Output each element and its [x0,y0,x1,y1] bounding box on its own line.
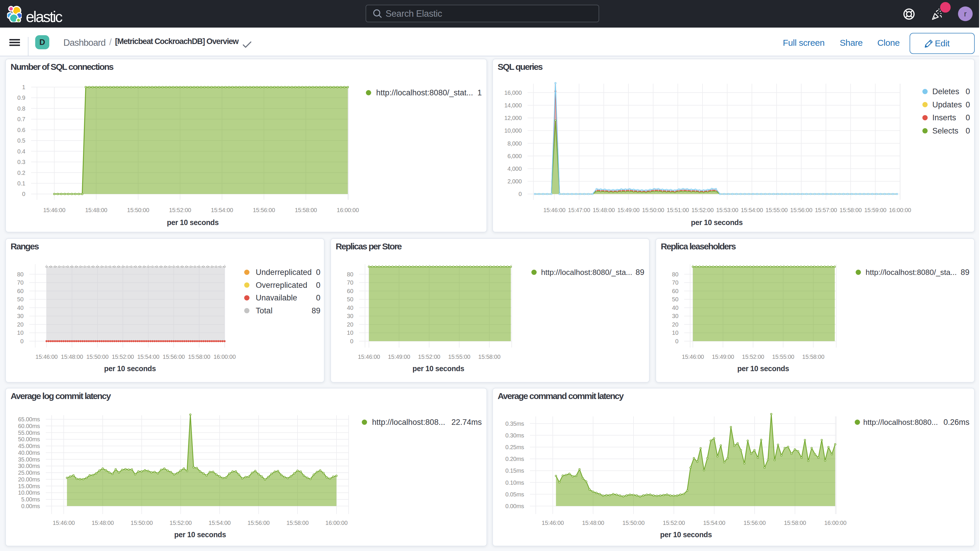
svg-text:15:50:00: 15:50:00 [130,519,153,526]
svg-text:55.00ms: 55.00ms [18,430,40,436]
svg-text:2,000: 2,000 [508,178,522,185]
svg-text:15:56:00: 15:56:00 [162,354,185,360]
svg-text:15:57:00: 15:57:00 [815,207,837,213]
svg-text:per 10 seconds: per 10 seconds [691,218,743,226]
svg-text:10: 10 [347,330,353,336]
svg-text:15:50:00: 15:50:00 [622,519,644,526]
svg-text:30: 30 [17,313,24,319]
svg-text:0.7: 0.7 [18,116,25,123]
svg-text:16:00:00: 16:00:00 [889,207,912,213]
svg-text:0.1: 0.1 [18,180,25,186]
svg-text:45.00ms: 45.00ms [18,443,40,449]
svg-text:0: 0 [675,338,678,344]
svg-text:4,000: 4,000 [508,166,522,172]
svg-text:70: 70 [672,279,678,286]
svg-text:Total: Total [256,306,272,315]
svg-text:15:48:00: 15:48:00 [582,519,605,526]
svg-text:60: 60 [672,288,678,294]
svg-text:15:49:00: 15:49:00 [712,354,734,360]
svg-text:Deletes: Deletes [932,87,959,96]
svg-text:0.10ms: 0.10ms [505,479,524,486]
svg-text:15:56:00: 15:56:00 [790,207,813,213]
svg-text:30: 30 [672,313,678,319]
svg-text:Overreplicated: Overreplicated [256,281,307,290]
svg-text:15:59:00: 15:59:00 [864,207,886,213]
svg-text:60.00ms: 60.00ms [18,423,40,429]
svg-text:15:54:00: 15:54:00 [703,519,725,526]
svg-text:15:49:00: 15:49:00 [388,354,410,360]
svg-text:15:52:00: 15:52:00 [663,519,685,526]
svg-text:10,000: 10,000 [504,127,522,134]
svg-text:15:58:00: 15:58:00 [478,354,501,360]
svg-text:16:00:00: 16:00:00 [325,519,348,526]
svg-text:60: 60 [17,288,24,294]
svg-text:6,000: 6,000 [508,153,522,159]
svg-text:80: 80 [17,271,24,277]
svg-text:Unavailable: Unavailable [256,293,297,302]
svg-text:0: 0 [316,293,320,302]
svg-text:15:55:00: 15:55:00 [448,354,470,360]
svg-text:0.20ms: 0.20ms [505,455,524,462]
svg-text:15:46:00: 15:46:00 [35,354,58,360]
svg-text:0.5: 0.5 [18,137,25,144]
svg-text:1: 1 [477,88,482,97]
svg-text:15:54:00: 15:54:00 [137,354,160,360]
svg-text:89: 89 [961,268,969,277]
svg-text:15:46:00: 15:46:00 [542,519,564,526]
svg-text:15:48:00: 15:48:00 [61,354,83,360]
svg-text:15:58:00: 15:58:00 [188,354,210,360]
svg-text:0: 0 [350,338,353,344]
svg-text:50: 50 [17,296,24,303]
svg-text:15:48:00: 15:48:00 [92,519,114,526]
svg-text:40.00ms: 40.00ms [18,449,40,456]
svg-text:0.35ms: 0.35ms [505,420,524,427]
svg-text:Underreplicated: Underreplicated [256,268,312,277]
svg-text:per 10 seconds: per 10 seconds [412,365,464,373]
svg-text:0.6: 0.6 [18,127,25,133]
svg-text:40: 40 [672,304,678,311]
svg-text:15:58:00: 15:58:00 [784,519,806,526]
svg-text:http://localhost:8080/_sta...: http://localhost:8080/_sta... [541,268,632,277]
svg-text:50: 50 [672,296,678,303]
svg-text:0: 0 [22,191,25,197]
svg-text:15:46:00: 15:46:00 [682,354,704,360]
svg-text:16,000: 16,000 [504,89,522,96]
svg-text:30.00ms: 30.00ms [18,463,40,469]
svg-text:30: 30 [347,313,353,319]
svg-text:Selects: Selects [932,126,959,135]
svg-text:40: 40 [347,304,353,311]
svg-text:15:52:00: 15:52:00 [692,207,714,213]
svg-text:14,000: 14,000 [504,102,522,108]
svg-text:15:52:00: 15:52:00 [170,519,192,526]
svg-text:per 10 seconds: per 10 seconds [174,530,226,539]
svg-text:15:54:00: 15:54:00 [211,207,233,213]
svg-text:0.4: 0.4 [18,148,25,154]
svg-text:0.00ms: 0.00ms [21,503,40,510]
svg-text:0: 0 [966,126,970,135]
svg-text:80: 80 [672,271,678,277]
svg-text:Updates: Updates [932,100,962,109]
svg-text:Inserts: Inserts [932,113,956,122]
svg-text:8,000: 8,000 [508,140,522,147]
svg-text:22.74ms: 22.74ms [451,418,482,427]
svg-text:12,000: 12,000 [504,115,522,121]
svg-text:15:58:00: 15:58:00 [840,207,862,213]
svg-text:10: 10 [672,330,678,336]
svg-text:10.00ms: 10.00ms [18,489,40,496]
svg-text:0.3: 0.3 [18,159,25,165]
svg-text:89: 89 [312,306,320,315]
svg-text:89: 89 [636,268,644,277]
svg-text:15:52:00: 15:52:00 [169,207,191,213]
svg-text:15:54:00: 15:54:00 [741,207,763,213]
svg-text:15:56:00: 15:56:00 [247,519,270,526]
svg-text:15:53:00: 15:53:00 [716,207,738,213]
svg-text:65.00ms: 65.00ms [18,416,40,422]
svg-text:0: 0 [316,281,320,290]
svg-text:http://localhost:8080/_sta...: http://localhost:8080/_sta... [865,268,957,277]
svg-text:20: 20 [672,321,678,328]
svg-text:0.05ms: 0.05ms [505,491,524,498]
svg-text:0.26ms: 0.26ms [943,418,969,427]
svg-text:15:55:00: 15:55:00 [772,354,794,360]
svg-text:60: 60 [347,288,353,294]
svg-text:http://localhost:808...: http://localhost:808... [372,418,445,427]
